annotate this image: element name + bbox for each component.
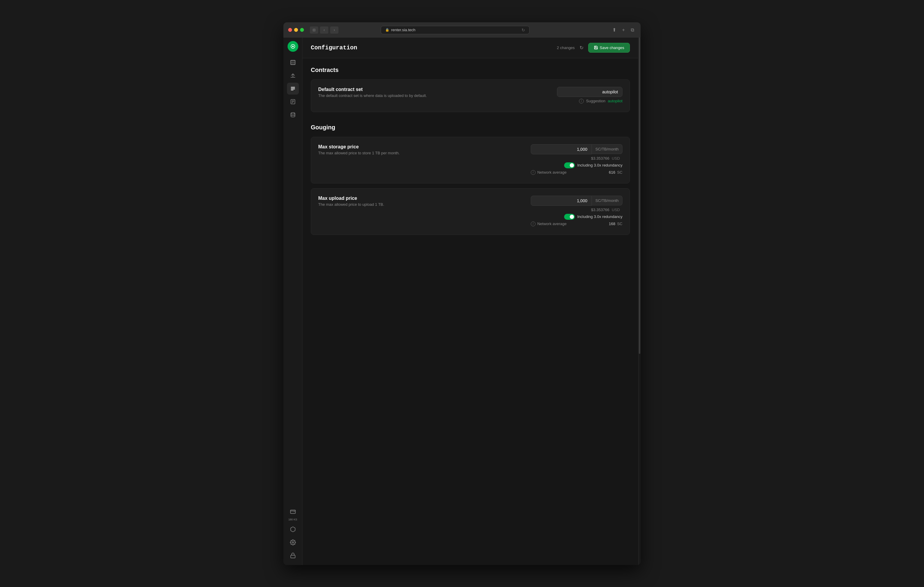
upload-price-usd-row: $3.353766 USD [531, 207, 622, 212]
storage-price-usd-value: $3.353766 [591, 156, 609, 161]
storage-redundancy-label: Including 3.0x redundancy [577, 163, 622, 168]
storage-network-avg-value: 616 [609, 170, 615, 174]
lock-icon: 🔒 [385, 28, 389, 32]
url-bar[interactable]: 🔒 renter.sia.tech ↻ [381, 26, 530, 34]
maximize-button[interactable] [300, 28, 304, 32]
sidebar-item-files[interactable] [287, 56, 299, 68]
storage-network-avg-unit: SC [617, 170, 622, 174]
card-description: The default contract set is where data i… [318, 94, 427, 98]
url-text: renter.sia.tech [391, 28, 416, 32]
max-upload-price-card: Max upload price The max allowed price t… [311, 188, 630, 235]
forward-button[interactable]: › [330, 26, 338, 34]
save-changes-button[interactable]: Save changes [588, 43, 630, 53]
wallet-balance: 180 KS [289, 518, 297, 521]
scrollbar-thumb[interactable] [639, 38, 640, 354]
save-label: Save changes [600, 46, 624, 50]
browser-nav: ⊟ ‹ › [310, 26, 338, 34]
page-title: Configuration [311, 44, 357, 51]
upload-price-usd-unit: USD [612, 207, 622, 212]
storage-price-input-row: SC/TB/month [531, 144, 622, 155]
sidebar-item-node[interactable] [287, 523, 299, 535]
storage-price-control: SC/TB/month $3.353766 USD [531, 144, 622, 175]
storage-network-avg-row: i Network average 616 SC [531, 170, 622, 175]
sidebar-bottom: 180 KS [287, 505, 299, 561]
content-area: Contracts Default contract set The defau… [302, 58, 638, 565]
svg-point-10 [291, 112, 295, 114]
storage-info-icon: i [531, 170, 536, 175]
card-control: i Suggestion autopilot [545, 87, 622, 104]
card-header: Max upload price The max allowed price t… [318, 196, 622, 226]
storage-price-description: The max allowed price to store 1 TB per … [318, 151, 400, 155]
suggestion-value: autopilot [608, 99, 622, 103]
share-button[interactable]: ⬆ [610, 26, 618, 33]
sidebar-item-contracts[interactable] [287, 83, 299, 95]
upload-price-usd-value: $3.353766 [591, 207, 609, 212]
upload-price-unit: SC/TB/month [592, 196, 622, 206]
browser-actions: ⬆ + ⧉ [610, 26, 636, 33]
sidebar-item-database[interactable] [287, 109, 299, 121]
storage-price-unit: SC/TB/month [592, 144, 622, 154]
sidebar: 180 KS [284, 38, 302, 565]
new-tab-button[interactable]: + [620, 26, 627, 33]
card-header: Default contract set The default contrac… [318, 87, 622, 104]
storage-price-usd-unit: USD [612, 156, 622, 161]
scrollbar-track[interactable] [638, 38, 640, 565]
sidebar-item-lock[interactable] [287, 549, 299, 561]
back-button[interactable]: ‹ [320, 26, 328, 34]
sidebar-item-renterd[interactable] [287, 96, 299, 108]
upload-price-input[interactable] [531, 196, 592, 206]
upload-price-toggle-row: Including 3.0x redundancy [531, 214, 622, 220]
contracts-section: Contracts Default contract set The defau… [311, 67, 630, 112]
changes-count: 2 changes [557, 46, 575, 50]
card-left: Max storage price The max allowed price … [318, 144, 400, 155]
gouging-section: Gouging Max storage price The max allowe… [311, 124, 630, 235]
storage-price-title: Max storage price [318, 144, 400, 150]
reload-icon[interactable]: ↻ [521, 28, 525, 33]
storage-price-toggle-row: Including 3.0x redundancy [531, 162, 622, 168]
upload-redundancy-toggle[interactable] [564, 214, 575, 220]
card-title: Default contract set [318, 87, 427, 92]
page-header: Configuration 2 changes ↻ Save changes [302, 38, 638, 58]
header-actions: 2 changes ↻ Save changes [557, 43, 630, 53]
main-content: Configuration 2 changes ↻ Save changes [302, 38, 638, 565]
sidebar-item-settings[interactable] [287, 536, 299, 548]
contract-set-input[interactable] [557, 87, 622, 97]
upload-price-control: SC/TB/month $3.353766 USD [531, 196, 622, 226]
upload-info-icon: i [531, 222, 536, 226]
svg-rect-13 [290, 555, 295, 558]
svg-point-12 [292, 541, 294, 543]
contracts-section-title: Contracts [311, 67, 630, 74]
info-icon: i [579, 99, 584, 104]
browser-chrome: ⊟ ‹ › 🔒 renter.sia.tech ↻ ⬆ + ⧉ [284, 22, 640, 38]
refresh-button[interactable]: ↻ [578, 44, 585, 52]
sidebar-wallet[interactable]: 180 KS [287, 505, 299, 521]
max-storage-price-card: Max storage price The max allowed price … [311, 137, 630, 184]
storage-redundancy-toggle[interactable] [564, 162, 575, 168]
upload-price-title: Max upload price [318, 196, 384, 201]
upload-redundancy-label: Including 3.0x redundancy [577, 214, 622, 219]
upload-network-avg-value: 168 [609, 222, 615, 226]
tab-overview-button[interactable]: ⧉ [629, 26, 636, 33]
card-left: Max upload price The max allowed price t… [318, 196, 384, 207]
suggestion-row: i Suggestion autopilot [545, 99, 622, 104]
upload-network-avg-label: Network average [537, 222, 607, 226]
storage-price-usd-row: $3.353766 USD [531, 156, 622, 161]
upload-price-description: The max allowed price to upload 1 TB. [318, 202, 384, 207]
storage-price-input[interactable] [531, 144, 592, 155]
storage-network-avg-label: Network average [537, 170, 607, 174]
wallet-icon[interactable] [287, 505, 299, 518]
upload-network-avg-row: i Network average 168 SC [531, 222, 622, 226]
gouging-section-title: Gouging [311, 124, 630, 131]
traffic-lights [288, 28, 304, 32]
minimize-button[interactable] [294, 28, 298, 32]
suggestion-label: Suggestion [586, 99, 606, 103]
upload-price-input-row: SC/TB/month [531, 196, 622, 206]
card-left: Default contract set The default contrac… [318, 87, 427, 98]
svg-rect-11 [290, 510, 295, 513]
app-logo[interactable] [287, 41, 298, 52]
default-contract-set-card: Default contract set The default contrac… [311, 79, 630, 112]
upload-network-avg-unit: SC [617, 222, 622, 226]
sidebar-toggle-button[interactable]: ⊟ [310, 26, 318, 34]
sidebar-item-autopilot[interactable] [287, 69, 299, 82]
close-button[interactable] [288, 28, 292, 32]
